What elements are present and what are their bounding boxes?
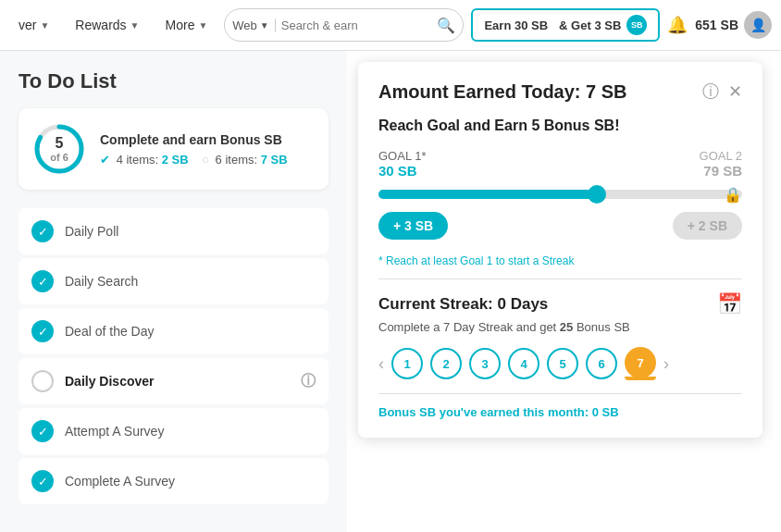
bonus-title: Complete and earn Bonus SB	[100, 132, 316, 147]
circle-center: 5 of 6	[50, 134, 68, 164]
right-panel: Amount Earned Today: 7 SB ⓘ ✕ Reach Goal…	[347, 51, 781, 532]
card-title: Amount Earned Today: 7 SB	[378, 81, 627, 103]
todo-list: ✓ Daily Poll ✓ Daily Search ✓ Deal of th…	[19, 208, 329, 508]
check-circle-completed: ✓	[31, 420, 54, 442]
close-button[interactable]: ✕	[728, 81, 742, 102]
bonus-bubbles: + 3 SB + 2 SB	[378, 212, 742, 240]
progress-track	[378, 190, 742, 199]
check-icon-2: ○	[202, 153, 209, 167]
info-button[interactable]: ⓘ	[702, 80, 719, 103]
goal-1: GOAL 1* 30 SB	[378, 149, 427, 179]
check-circle-completed: ✓	[31, 270, 54, 292]
calendar-icon[interactable]: 📅	[717, 292, 742, 316]
day-circle-1[interactable]: 1	[391, 348, 423, 379]
todo-title: To Do List	[19, 69, 329, 93]
items-4-sb: 2 SB	[162, 153, 189, 167]
todo-item-label: Deal of the Day	[65, 324, 155, 339]
rewards-label: Rewards	[75, 18, 126, 32]
list-item[interactable]: ✓ Deal of the Day	[19, 308, 329, 354]
items-4-label: 4 items:	[117, 153, 159, 167]
day-circle-5[interactable]: 5	[547, 348, 578, 379]
earn-line2: & Get 3 SB	[559, 19, 621, 32]
check-circle-completed: ✓	[31, 320, 54, 342]
day-circle-7[interactable]: 7	[625, 347, 656, 378]
list-item[interactable]: ✓ Complete A Survey	[19, 458, 329, 504]
bonus-month: Bonus SB you've earned this month: 0 SB	[378, 393, 742, 419]
day-circle-6[interactable]: 6	[586, 348, 617, 379]
streak-sub-prefix: Complete a 7 Day Streak and get	[378, 320, 560, 334]
todo-item-label: Attempt A Survey	[65, 424, 164, 439]
left-panel: To Do List 5 of 6 Complete and earn Bonu…	[0, 51, 347, 532]
rewards-chevron-icon: ▼	[130, 20, 140, 31]
streak-row: Current Streak: 0 Days 📅	[378, 292, 742, 316]
sb-balance: 651 SB 👤	[695, 11, 772, 39]
list-item[interactable]: Daily Discover ⓘ	[19, 358, 329, 404]
goal2-val: 79 SB	[703, 163, 742, 179]
goal2-label: GOAL 2	[700, 149, 742, 163]
progress-num: 5	[50, 134, 68, 152]
reach-goal-label: Reach Goal and Earn 5 Bonus SB!	[378, 118, 742, 134]
checkmark-icon: ✓	[38, 225, 48, 239]
goal1-label: GOAL 1*	[378, 149, 427, 163]
progress-dot	[588, 185, 606, 204]
circle-progress: 5 of 6	[31, 121, 87, 177]
progress-fill	[378, 190, 597, 199]
sb-badge: SB	[626, 15, 647, 35]
bonus-items-row: ✔ 4 items: 2 SB ○ 6 items: 7 SB	[100, 153, 316, 167]
progress-bar-container: 🔒	[378, 184, 742, 204]
earnings-card: Amount Earned Today: 7 SB ⓘ ✕ Reach Goal…	[358, 62, 762, 438]
day-circle-4[interactable]: 4	[508, 348, 539, 379]
bonus-bubble-inactive: + 2 SB	[673, 212, 742, 240]
todo-item-label: Daily Poll	[65, 224, 118, 239]
bonus-month-label: Bonus SB you've earned this month:	[378, 405, 589, 419]
lock-icon: 🔒	[724, 186, 742, 204]
list-item[interactable]: ✓ Daily Search	[19, 258, 329, 304]
discover-label: ver	[19, 18, 36, 32]
avatar-icon: 👤	[750, 18, 766, 32]
streak-note: * Reach at least Goal 1 to start a Strea…	[378, 254, 742, 279]
earn-button[interactable]: Earn 30 SB & Get 3 SB SB	[471, 8, 660, 42]
top-nav: ver ▼ Rewards ▼ More ▼ Web ▼ 🔍 Earn 30 S…	[0, 0, 781, 51]
streak-bold: 25	[560, 320, 573, 334]
checkmark-icon: ✓	[38, 325, 48, 339]
goal-2: GOAL 2 79 SB	[700, 149, 742, 179]
streak-sub-suffix: Bonus SB	[573, 320, 629, 334]
todo-item-label: Daily Discover	[65, 374, 155, 389]
search-button[interactable]: 🔍	[437, 17, 455, 34]
day-circle-3[interactable]: 3	[469, 348, 501, 379]
check-circle-empty	[31, 370, 54, 392]
next-day-button[interactable]: ›	[663, 354, 669, 374]
notification-button[interactable]: 🔔	[667, 15, 688, 35]
checkmark-icon: ✓	[38, 275, 48, 289]
discover-nav-btn[interactable]: ver ▼	[9, 12, 58, 38]
day-circle-2[interactable]: 2	[430, 348, 462, 379]
notification-icon: 🔔	[667, 15, 688, 35]
items-6-sb: 7 SB	[261, 153, 288, 167]
search-type-selector[interactable]: Web ▼	[232, 19, 275, 32]
discover-chevron-icon: ▼	[40, 20, 49, 31]
more-label: More	[166, 18, 195, 32]
goals-row: GOAL 1* 30 SB GOAL 2 79 SB	[378, 149, 742, 179]
more-nav-btn[interactable]: More ▼	[156, 12, 217, 38]
progress-section: 5 of 6 Complete and earn Bonus SB ✔ 4 it…	[19, 108, 329, 190]
list-item[interactable]: ✓ Daily Poll	[19, 208, 329, 254]
prev-day-button[interactable]: ‹	[378, 354, 384, 374]
check-circle-completed: ✓	[31, 470, 54, 492]
list-item[interactable]: ✓ Attempt A Survey	[19, 408, 329, 454]
progress-denom: of 6	[50, 152, 68, 164]
search-type-chevron-icon: ▼	[260, 20, 269, 31]
balance-amount: 651 SB	[695, 18, 738, 32]
bonus-month-val: 0 SB	[592, 405, 619, 419]
check-icon-1: ✔	[100, 153, 110, 167]
more-chevron-icon: ▼	[198, 20, 207, 31]
rewards-nav-btn[interactable]: Rewards ▼	[66, 12, 148, 38]
info-icon[interactable]: ⓘ	[301, 372, 316, 391]
todo-item-label: Daily Search	[65, 274, 138, 289]
search-bar: Web ▼ 🔍	[224, 8, 464, 42]
todo-item-label: Complete A Survey	[65, 474, 175, 489]
card-header-icons: ⓘ ✕	[702, 80, 742, 103]
search-input[interactable]	[281, 19, 438, 32]
avatar[interactable]: 👤	[744, 11, 772, 39]
active-day-badge: 7	[625, 347, 656, 380]
bonus-info: Complete and earn Bonus SB ✔ 4 items: 2 …	[100, 132, 316, 167]
